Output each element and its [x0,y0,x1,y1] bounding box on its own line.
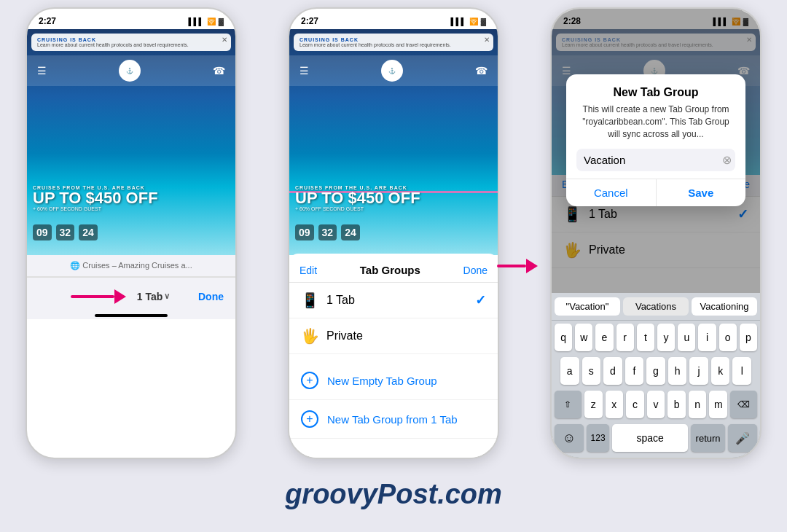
phone-icon-2[interactable]: ☎ [475,65,488,77]
tab-count-label: 1 Tab [137,291,163,302]
done-button-1[interactable]: Done [198,291,224,302]
return-key[interactable]: return [691,424,725,452]
tab-title-bar-1: 🌐 Cruises – Amazing Cruises a... [27,255,235,277]
phone-icon[interactable]: ☎ [213,65,225,77]
suggest-vacation-quoted[interactable]: "Vacation" [555,297,620,316]
key-d[interactable]: d [603,357,622,385]
key-s[interactable]: s [582,357,601,385]
key-h[interactable]: h [668,357,687,385]
save-button[interactable]: Save [657,179,746,206]
nav-bar-2: ☰ ⚓ ☎ [289,55,498,86]
key-a[interactable]: a [560,357,579,385]
countdown-hour: 09 [33,224,52,240]
key-k[interactable]: k [711,357,730,385]
key-b[interactable]: b [667,391,686,418]
tab-group-name-1tab: 1 Tab [326,294,468,307]
tab-group-item-1tab[interactable]: 📱 1 Tab ✓ [289,283,498,318]
promo-text-1: CRUISES FROM THE U.S. ARE BACK UP TO $45… [33,185,230,211]
promo-big: UP TO $450 OFF [33,190,230,206]
mic-key[interactable]: 🎤 [728,424,757,452]
key-n[interactable]: n [689,391,707,418]
banner-brand-2: CRUISING IS BACK [299,37,488,42]
watermark: groovyPost.com [285,479,502,510]
website-banner-2: CRUISING IS BACK Learn more about curren… [294,34,493,51]
key-z[interactable]: z [584,391,603,418]
phone-frame-3: 2:28 ▌▌▌ 🛜 ▓ CRUISING IS BACK Learn more… [550,7,761,459]
tab-groups-title: Tab Groups [360,264,420,276]
panel-1: 2:27 ▌▌▌ 🛜 ▓ CRUISING IS BACK Learn more… [0,0,262,532]
key-p[interactable]: p [740,324,757,351]
panel-2: 2:27 ▌▌▌ 🛜 ▓ CRUISING IS BACK Learn more… [262,0,525,532]
key-o[interactable]: o [719,324,737,351]
dialog-actions: Cancel Save [566,179,745,206]
status-icons-2: ▌▌▌ 🛜 ▓ [450,17,486,26]
royal-logo-2: ⚓ [381,60,403,82]
key-r[interactable]: r [616,324,634,351]
countdown-sec-2: 24 [341,224,360,240]
edit-button[interactable]: Edit [299,265,317,276]
close-icon[interactable]: ✕ [222,36,227,44]
keyboard-row-1: q w e r t y u i o p [552,321,760,354]
key-x[interactable]: x [606,391,624,418]
key-f[interactable]: f [625,357,644,385]
phone-frame-2: 2:27 ▌▌▌ 🛜 ▓ CRUISING IS BACK Learn more… [288,7,499,459]
tab-count-1[interactable]: 1 Tab ∨ [137,291,171,302]
status-icons-1: ▌▌▌ 🛜 ▓ [188,17,224,26]
key-y[interactable]: y [657,324,675,351]
key-c[interactable]: c [626,391,644,418]
checkmark-icon: ✓ [475,292,486,308]
cancel-button[interactable]: Cancel [566,179,657,206]
keyboard-row-2: a s d f g h j k l [552,354,760,388]
key-l[interactable]: l [732,357,751,385]
hamburger-icon-2[interactable]: ☰ [299,65,309,77]
suggest-vacations[interactable]: Vacations [623,297,689,316]
key-j[interactable]: j [689,357,708,385]
wifi-icon: 🛜 [207,17,216,26]
royal-logo: ⚓ [119,60,141,82]
phone-tab-icon: 📱 [301,292,319,309]
key-i[interactable]: i [698,324,716,351]
new-tab-group-from-tab[interactable]: + New Tab Group from 1 Tab [289,400,498,439]
vacation-input[interactable] [584,154,722,166]
phone-bottom-1: 🌐 Cruises – Amazing Cruises a... [27,255,235,277]
website-area-2: CRUISING IS BACK Learn more about curren… [289,29,498,255]
countdown-min: 32 [56,224,75,240]
key-m[interactable]: m [709,391,727,418]
website-banner-1: CRUISING IS BACK Learn more about curren… [31,34,231,51]
clear-input-icon[interactable]: ⊗ [722,153,732,167]
shift-key[interactable]: ⇧ [555,391,582,418]
banner-text: Learn more about current health protocol… [37,42,225,47]
countdown-2: 09 32 24 [295,224,360,240]
hamburger-icon[interactable]: ☰ [37,65,47,77]
suggest-vacationing[interactable]: Vacationing [692,297,757,316]
battery-icon: ▓ [219,17,224,26]
space-key[interactable]: space [612,424,688,452]
key-u[interactable]: u [678,324,695,351]
key-t[interactable]: t [637,324,654,351]
dialog-title: New Tab Group [576,86,735,99]
signal-icon: ▌▌▌ [188,17,203,26]
backspace-key[interactable]: ⌫ [730,391,757,418]
tab-group-item-private[interactable]: 🖐 Private [289,318,498,354]
key-g[interactable]: g [646,357,665,385]
key-e[interactable]: e [595,324,613,351]
promo-sub: + 60% OFF SECOND GUEST [33,206,230,211]
key-q[interactable]: q [555,324,572,351]
banner-text-2: Learn more about current health protocol… [299,42,488,47]
dialog-input-row[interactable]: ⊗ [576,149,735,171]
countdown-hour-2: 09 [295,224,314,240]
promo-big-2: UP TO $450 OFF [295,190,492,206]
new-empty-tab-group[interactable]: + New Empty Tab Group [289,361,498,400]
new-from-tab-label: New Tab Group from 1 Tab [327,413,458,426]
tab-group-name-private: Private [326,329,486,343]
done-button-sheet[interactable]: Done [463,265,488,276]
key-w[interactable]: w [575,324,592,351]
phone-frame-1: 2:27 ▌▌▌ 🛜 ▓ CRUISING IS BACK Learn more… [26,7,237,459]
num-key[interactable]: 123 [587,424,609,452]
keyboard-suggestions: "Vacation" Vacations Vacationing [552,293,760,321]
close-icon-2[interactable]: ✕ [484,36,490,44]
key-v[interactable]: v [647,391,665,418]
sheet-header: Edit Tab Groups Done [289,261,498,283]
emoji-key[interactable]: ☺ [555,424,584,452]
status-bar-2: 2:27 ▌▌▌ 🛜 ▓ [289,9,498,29]
